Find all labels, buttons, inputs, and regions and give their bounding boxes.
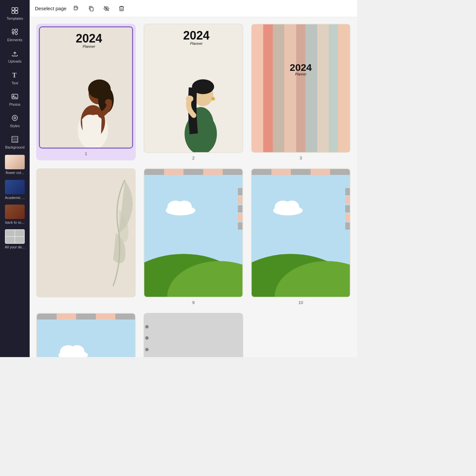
svg-rect-2 [12, 11, 14, 14]
page-card-3: 2024 Planner 3 [251, 24, 350, 160]
styles-icon [10, 113, 19, 123]
svg-text:T: T [12, 71, 17, 79]
sidebar-item-flower-col[interactable]: flower col... [1, 153, 29, 177]
sidebar-item-elements[interactable]: Elements [1, 24, 29, 45]
svg-rect-15 [74, 6, 77, 10]
sidebar-item-academic[interactable]: Academic ... [1, 178, 29, 202]
grid-icon [10, 6, 19, 15]
sidebar: Templates Elements Uploads T Text [0, 0, 30, 357]
svg-point-38 [285, 201, 299, 212]
svg-point-33 [177, 201, 192, 212]
page-num-3: 3 [299, 155, 302, 160]
svg-point-29 [186, 96, 193, 102]
page-thumb-11[interactable]: Includes 5 cover pages [36, 313, 136, 357]
flower-col-thumb [5, 155, 25, 169]
svg-point-30 [211, 97, 215, 100]
sidebar-label-back-to-sc: back to sc... [5, 220, 25, 225]
main-area: Deselect page [30, 0, 357, 357]
sidebar-label-templates: Templates [7, 16, 23, 21]
svg-line-12 [12, 138, 18, 138]
sidebar-label-flower-col: flower col... [6, 171, 24, 175]
page-card-blank [144, 313, 243, 357]
back-thumb [5, 205, 25, 219]
delete-page-button[interactable] [116, 3, 127, 14]
sidebar-item-uploads[interactable]: Uploads [1, 45, 29, 66]
page-thumb-10[interactable] [251, 168, 350, 297]
hide-page-button[interactable] [101, 3, 112, 14]
page-num-10: 10 [298, 300, 303, 305]
page-thumb-2[interactable]: 2024 Planner [144, 24, 243, 153]
svg-rect-5 [15, 29, 17, 32]
svg-rect-0 [12, 8, 14, 10]
sidebar-label-photos: Photos [9, 102, 20, 107]
svg-rect-6 [15, 33, 17, 35]
svg-point-28 [192, 79, 214, 94]
page-card-1: 2024 Planner [36, 24, 136, 160]
sidebar-label-uploads: Uploads [8, 59, 21, 64]
page-card-9: 9 [144, 168, 243, 305]
pages-grid: 2024 Planner [36, 24, 350, 357]
sidebar-label-styles: Styles [10, 124, 20, 128]
page-card-2: 2024 Planner [144, 24, 243, 160]
upload-icon [10, 49, 19, 58]
page-card-11: Includes 5 cover pages [36, 313, 136, 357]
duplicate-page-button[interactable] [86, 3, 97, 14]
background-icon [10, 135, 19, 144]
add-page-button[interactable] [70, 3, 82, 14]
sidebar-item-styles[interactable]: Styles [1, 110, 29, 131]
svg-rect-8 [12, 94, 18, 99]
sidebar-item-templates[interactable]: Templates [1, 3, 29, 23]
svg-point-43 [70, 345, 84, 357]
sidebar-label-academic: Academic ... [5, 196, 25, 200]
toolbar: Deselect page [30, 0, 357, 17]
elements-icon [10, 27, 19, 37]
svg-line-13 [12, 139, 18, 140]
sidebar-item-background[interactable]: Background [1, 131, 29, 152]
sidebar-label-all-your-de: All your de... [5, 245, 25, 249]
sidebar-item-all-your-de[interactable]: All your de... [1, 227, 29, 251]
page-card-10: 10 [251, 168, 350, 305]
sidebar-label-background: Background [5, 145, 25, 150]
page-thumb-9[interactable] [144, 168, 243, 297]
sidebar-label-text: Text [12, 81, 18, 85]
svg-point-24 [105, 99, 112, 105]
svg-rect-1 [15, 8, 18, 10]
page-thumb-4[interactable] [36, 168, 136, 297]
sidebar-label-elements: Elements [7, 38, 22, 42]
page-num-9: 9 [192, 300, 194, 305]
svg-point-10 [12, 115, 17, 121]
pages-grid-area: 2024 Planner [30, 17, 357, 357]
page-card-4 [36, 168, 136, 305]
svg-point-4 [12, 29, 14, 32]
page-thumb-blank[interactable] [144, 313, 243, 357]
photo-icon [10, 92, 19, 101]
spiral-blank [144, 314, 150, 357]
svg-point-11 [14, 117, 16, 119]
sidebar-item-back-to-sc[interactable]: back to sc... [1, 203, 29, 227]
all-your-de-thumb [5, 229, 25, 244]
deselect-page-label: Deselect page [35, 6, 67, 11]
page-num-1: 1 [85, 151, 87, 156]
sidebar-item-text[interactable]: T Text [1, 67, 29, 88]
svg-line-14 [12, 141, 18, 142]
svg-rect-16 [90, 7, 93, 11]
page-num-2: 2 [192, 155, 194, 160]
academic-thumb [5, 180, 25, 194]
svg-rect-3 [15, 11, 18, 14]
page-thumb-1[interactable]: 2024 Planner [39, 26, 133, 149]
text-icon: T [10, 70, 19, 80]
sidebar-item-photos[interactable]: Photos [1, 89, 29, 109]
page-thumb-3[interactable]: 2024 Planner [251, 24, 350, 153]
